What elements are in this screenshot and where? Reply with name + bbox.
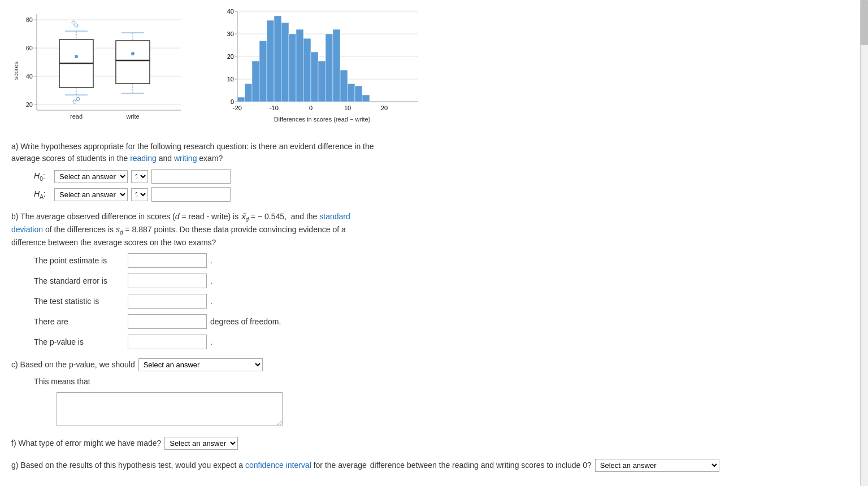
ha-row: HA: Select an answer ? (34, 187, 857, 202)
svg-rect-55 (237, 97, 245, 102)
point-estimate-input[interactable] (128, 253, 207, 268)
ha-value-input[interactable] (151, 187, 231, 202)
svg-text:read: read (70, 113, 83, 120)
svg-rect-72 (362, 95, 370, 102)
p-value-input[interactable] (128, 335, 207, 349)
h0-value-input[interactable] (151, 169, 231, 184)
svg-text:20: 20 (381, 105, 388, 111)
svg-rect-66 (318, 61, 326, 102)
point-estimate-row: The point estimate is . (34, 253, 857, 268)
svg-text:40: 40 (26, 73, 33, 80)
svg-rect-62 (289, 34, 296, 102)
svg-text:80: 80 (26, 16, 33, 23)
scrollbar[interactable] (860, 0, 868, 486)
standard-error-row: The standard error is . (34, 274, 857, 288)
degrees-freedom-row: There are degrees of freedom. (34, 314, 857, 329)
svg-rect-59 (267, 20, 274, 102)
ha-select[interactable]: Select an answer (54, 188, 128, 201)
this-means-container: This means that (34, 376, 857, 428)
boxplot-container: scores 80 60 40 20 (11, 6, 192, 132)
h0-operator-select[interactable]: ? (131, 170, 148, 183)
svg-rect-71 (355, 86, 362, 102)
svg-rect-30 (116, 41, 150, 84)
svg-text:write: write (125, 113, 139, 120)
svg-rect-70 (348, 84, 355, 102)
svg-text:10: 10 (227, 76, 234, 83)
standard-error-dot: . (210, 276, 212, 285)
svg-text:0: 0 (309, 105, 313, 111)
svg-text:Differences in scores (read − : Differences in scores (read − write) (274, 116, 371, 123)
svg-rect-67 (326, 34, 333, 102)
svg-point-32 (131, 52, 134, 55)
svg-text:60: 60 (26, 45, 33, 51)
svg-rect-58 (259, 41, 267, 102)
p-value-dot: . (210, 337, 212, 346)
svg-rect-63 (296, 29, 303, 102)
this-means-textarea[interactable] (57, 392, 283, 426)
section-f-question: f) What type of error might we have made… (11, 437, 857, 450)
section-a-question: a) Write hypotheses appropriate for the … (11, 141, 857, 164)
h0-select[interactable]: Select an answer (54, 170, 128, 183)
degrees-freedom-input[interactable] (128, 314, 207, 329)
section-f: f) What type of error might we have made… (11, 437, 857, 450)
section-g-question: g) Based on the results of this hypothes… (11, 459, 857, 472)
svg-text:30: 30 (227, 31, 234, 37)
h0-label: H0: (34, 171, 51, 182)
test-statistic-row: The test statistic is . (34, 294, 857, 309)
svg-rect-68 (333, 29, 340, 102)
svg-point-24 (75, 55, 78, 58)
svg-text:20: 20 (227, 53, 234, 60)
section-b: b) The average observed difference in sc… (11, 211, 857, 349)
svg-text:-10: -10 (270, 105, 279, 111)
conclusion-select[interactable]: Select an answer (138, 358, 263, 371)
section-c-question: c) Based on the p-value, we should Selec… (11, 358, 857, 371)
svg-rect-61 (281, 23, 289, 102)
svg-text:-20: -20 (233, 105, 242, 111)
degrees-freedom-prefix: There are (34, 317, 124, 326)
svg-rect-64 (303, 38, 311, 102)
svg-text:20: 20 (26, 101, 33, 108)
boxplot-svg: scores 80 60 40 20 (11, 6, 192, 130)
section-a: a) Write hypotheses appropriate for the … (11, 141, 857, 202)
degrees-freedom-suffix: degrees of freedom. (210, 317, 281, 326)
standard-error-input[interactable] (128, 274, 207, 288)
svg-rect-60 (274, 16, 281, 102)
test-statistic-input[interactable] (128, 294, 207, 309)
p-value-row: The p-value is . (34, 335, 857, 349)
this-means-label: This means that (34, 376, 857, 388)
svg-point-22 (76, 97, 80, 101)
p-value-label: The p-value is (34, 337, 124, 346)
ha-label: HA: (34, 189, 51, 200)
svg-text:40: 40 (227, 8, 234, 15)
test-statistic-label: The test statistic is (34, 297, 124, 306)
section-g: g) Based on the results of this hypothes… (11, 459, 857, 472)
error-type-select[interactable]: Select an answer (164, 437, 238, 450)
histogram-svg: 40 30 20 10 0 -20 -10 0 10 20 (209, 6, 424, 130)
svg-rect-65 (311, 52, 318, 102)
point-estimate-dot: . (210, 256, 212, 265)
y-axis-label: scores (12, 61, 19, 80)
svg-point-23 (73, 100, 76, 103)
charts-row: scores 80 60 40 20 (11, 6, 857, 132)
svg-point-20 (75, 24, 78, 27)
svg-rect-56 (245, 84, 252, 102)
section-b-question: b) The average observed difference in sc… (11, 211, 857, 249)
svg-text:10: 10 (344, 105, 351, 111)
standard-error-label: The standard error is (34, 276, 124, 285)
svg-point-21 (72, 21, 75, 24)
section-c: c) Based on the p-value, we should Selec… (11, 358, 857, 428)
svg-rect-69 (340, 70, 348, 102)
scrollbar-thumb[interactable] (861, 0, 868, 45)
svg-rect-57 (252, 61, 259, 102)
ci-include-select[interactable]: Select an answer (595, 459, 719, 472)
histogram-container: 40 30 20 10 0 -20 -10 0 10 20 (209, 6, 424, 132)
point-estimate-label: The point estimate is (34, 256, 124, 265)
test-statistic-dot: . (210, 297, 212, 306)
ha-operator-select[interactable]: ? (131, 188, 148, 201)
h0-row: H0: Select an answer ? (34, 169, 857, 184)
